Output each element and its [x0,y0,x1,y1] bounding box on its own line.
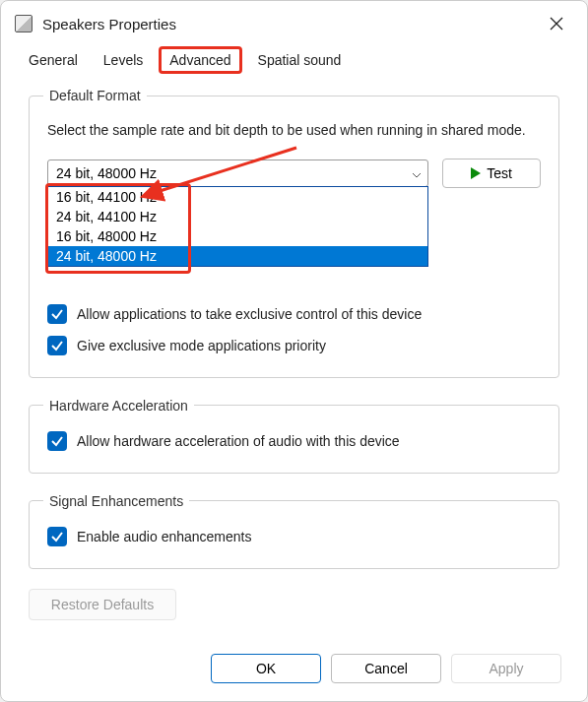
tab-bar: General Levels Advanced Spatial sound [1,46,587,74]
format-option[interactable]: 24 bit, 44100 Hz [48,207,427,226]
tab-spatial[interactable]: Spatial sound [248,46,352,74]
allow-exclusive-label: Allow applications to take exclusive con… [77,306,422,322]
hardware-accel-checkbox[interactable] [47,431,67,451]
titlebar: Speakers Properties [1,1,587,46]
hardware-accel-group: Hardware Acceleration Allow hardware acc… [29,398,559,474]
enable-enhancements-checkbox[interactable] [47,527,67,546]
format-option[interactable]: 16 bit, 44100 Hz [48,187,427,207]
play-icon [471,167,481,179]
dialog-buttons: OK Cancel Apply [1,644,587,701]
format-option[interactable]: 16 bit, 48000 Hz [48,226,427,246]
exclusive-priority-label: Give exclusive mode applications priorit… [77,338,326,353]
check-icon [50,530,64,543]
default-format-group: Default Format Select the sample rate an… [29,88,559,378]
format-dropdown-box[interactable]: 24 bit, 48000 Hz [47,160,428,187]
apply-label: Apply [489,661,523,676]
enable-enhancements-label: Enable audio enhancements [77,529,251,544]
allow-exclusive-checkbox[interactable] [47,304,67,324]
properties-window: Speakers Properties General Levels Advan… [0,0,588,702]
restore-defaults-button[interactable]: Restore Defaults [29,589,176,620]
tab-advanced[interactable]: Advanced [159,46,241,74]
tab-levels[interactable]: Levels [94,46,153,74]
close-icon [550,17,563,31]
format-selected-value: 24 bit, 48000 Hz [56,165,157,181]
exclusive-priority-checkbox[interactable] [47,336,67,355]
check-icon [50,434,64,448]
hardware-accel-legend: Hardware Acceleration [43,398,194,414]
test-button-label: Test [487,165,512,181]
window-title: Speakers Properties [42,16,530,32]
format-dropdown[interactable]: 24 bit, 48000 Hz 16 bit, 44100 Hz 24 bit… [47,160,428,187]
check-icon [50,339,64,352]
signal-enhancements-group: Signal Enhancements Enable audio enhance… [29,493,559,569]
format-dropdown-list: 16 bit, 44100 Hz 24 bit, 44100 Hz 16 bit… [47,186,428,267]
hardware-accel-label: Allow hardware acceleration of audio wit… [77,433,400,449]
tab-general[interactable]: General [19,46,88,74]
ok-label: OK [256,661,276,676]
close-button[interactable] [540,11,573,36]
chevron-down-icon [412,165,422,181]
test-button[interactable]: Test [442,159,541,188]
apply-button: Apply [451,654,561,683]
default-format-description: Select the sample rate and bit depth to … [47,121,541,141]
check-icon [50,307,64,321]
tab-content: Default Format Select the sample rate an… [1,74,587,644]
cancel-label: Cancel [364,661,408,676]
speaker-device-icon [15,15,33,32]
default-format-legend: Default Format [43,88,147,103]
ok-button[interactable]: OK [211,654,321,683]
format-option-selected[interactable]: 24 bit, 48000 Hz [48,246,427,266]
restore-defaults-label: Restore Defaults [51,597,154,612]
cancel-button[interactable]: Cancel [331,654,441,683]
signal-enhancements-legend: Signal Enhancements [43,493,189,509]
